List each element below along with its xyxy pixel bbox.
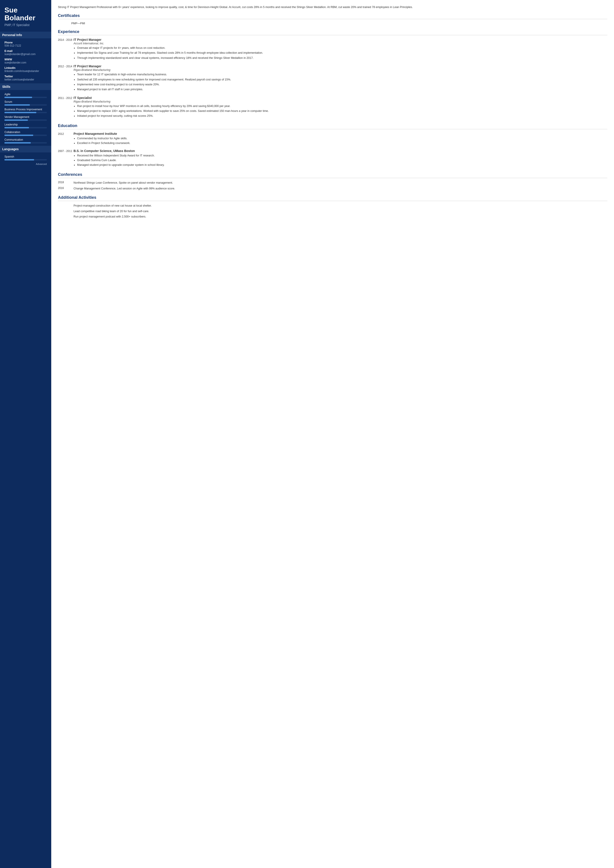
skill-bar-fill [5, 127, 29, 128]
exp-bullet: Switched all 235 employees to new schedu… [77, 78, 607, 82]
exp-content: IT Specialist Rigas-Bratland Manufacturi… [73, 96, 607, 119]
edu-institution: B.S. in Computer Science, UMass Boston [73, 149, 607, 153]
skill-item: Scrum [5, 100, 47, 106]
skill-name: Agile [5, 93, 47, 96]
skill-bar-background [5, 135, 47, 136]
experience-title: Experience [58, 30, 607, 35]
exp-bullet: Through implementing standardized work a… [77, 56, 607, 60]
experience-entry: 2014 - 2018 IT Project Manager Accurit I… [58, 38, 607, 61]
conf-text: Northeast Shingo Lean Conference, Spoke … [73, 181, 607, 185]
exp-bullet: Oversaw all major IT projects for 4+ yea… [77, 46, 607, 50]
edu-bullet: Commended by instructor for Agile skills… [77, 137, 607, 141]
education-entry: 2012 Project Management Institute Commen… [58, 132, 607, 146]
contact-label: WWW [5, 58, 47, 61]
certificates-list: PMP—PMI [58, 22, 607, 25]
skill-bar-background [5, 142, 47, 143]
skill-name: Business Process Improvement [5, 108, 47, 111]
certificate-item: PMP—PMI [58, 22, 607, 25]
edu-year: 2007 - 2011 [58, 149, 73, 168]
exp-bullet: Implemented new cost-tracking project to… [77, 82, 607, 87]
edu-year: 2012 [58, 132, 73, 146]
skill-item: Agile [5, 93, 47, 98]
skill-bar-background [5, 97, 47, 98]
exp-company: Rigas-Bratland Manufacturing [73, 100, 607, 103]
exp-bullet: Managed project to train all IT staff in… [77, 87, 607, 92]
language-bar-background [5, 159, 47, 160]
edu-bullets-list: Commended by instructor for Agile skills… [73, 137, 607, 146]
exp-bullet: Managed project to replace 100+ aging wo… [77, 109, 607, 113]
exp-bullet: Ran project to install hour-by-hour WIP … [77, 104, 607, 108]
conferences-list: 2018 Northeast Shingo Lean Conference, S… [58, 181, 607, 191]
contact-value: twitter.com/sueqbolander [5, 78, 47, 81]
exp-job-title: IT Project Manager [73, 38, 607, 42]
edu-content: Project Management Institute Commended b… [73, 132, 607, 146]
language-name: Spanish [5, 155, 47, 158]
conf-year: 2018 [58, 181, 73, 185]
experience-entry: 2011 - 2012 IT Specialist Rigas-Bratland… [58, 96, 607, 119]
skill-item: Business Process Improvement [5, 108, 47, 113]
skill-bar-fill [5, 104, 30, 106]
contact-value: sueqbolander.com [5, 61, 47, 64]
conf-year: 2016 [58, 186, 73, 191]
language-level: Advanced [5, 163, 47, 165]
skill-item: Collaboration [5, 130, 47, 136]
languages-list: Spanish Advanced [5, 155, 47, 165]
exp-bullet: Initiated project for improved security,… [77, 114, 607, 118]
candidate-title: PMP, IT Specialist [5, 23, 47, 27]
skill-bar-fill [5, 112, 36, 113]
education-title: Education [58, 123, 607, 129]
contact-value: 508-312-7122 [5, 44, 47, 47]
skill-bar-fill [5, 97, 32, 98]
exp-job-title: IT Project Manager [73, 64, 607, 68]
exp-dates: 2011 - 2012 [58, 96, 73, 119]
edu-bullet: Received the Wilson Independent Study Aw… [77, 154, 607, 158]
edu-bullet: Graduated Summa Cum Laude. [77, 158, 607, 163]
skill-bar-background [5, 120, 47, 121]
contact-item: Phone508-312-7122 [5, 41, 47, 47]
exp-company: Accurit International, Inc. [73, 42, 607, 45]
personal-info-section-title: Personal Info [0, 32, 51, 38]
activities-title: Additional Activities [58, 195, 607, 201]
contact-label: LinkedIn [5, 67, 47, 70]
skill-bar-background [5, 127, 47, 128]
exp-bullets-list: Team leader for 12 IT specialists in hig… [73, 72, 607, 92]
activities-list: Project-managed construction of new cat … [58, 204, 607, 219]
skill-bar-fill [5, 135, 33, 136]
skill-item: Leadership [5, 123, 47, 128]
exp-content: IT Project Manager Accurit International… [73, 38, 607, 61]
experience-entry: 2012 - 2014 IT Project Manager Rigas-Bra… [58, 64, 607, 93]
contact-label: E-mail [5, 50, 47, 53]
skill-name: Leadership [5, 123, 47, 126]
conferences-title: Conferences [58, 172, 607, 178]
experience-section: Experience 2014 - 2018 IT Project Manage… [58, 30, 607, 119]
summary-text: Strong IT Project Management Professiona… [58, 5, 607, 9]
experience-list: 2014 - 2018 IT Project Manager Accurit I… [58, 38, 607, 119]
skill-bar-fill [5, 142, 31, 143]
exp-job-title: IT Specialist [73, 96, 607, 99]
exp-bullet: Implemented Six Sigma and Lean Training … [77, 51, 607, 55]
skill-name: Scrum [5, 100, 47, 103]
main-content: Strong IT Project Management Professiona… [51, 0, 614, 868]
activity-item: Project-managed construction of new cat … [58, 204, 607, 208]
skill-bar-background [5, 104, 47, 106]
exp-dates: 2012 - 2014 [58, 64, 73, 93]
exp-dates: 2014 - 2018 [58, 38, 73, 61]
contact-value: sueqbolander@gmail.com [5, 53, 47, 56]
conferences-section: Conferences 2018 Northeast Shingo Lean C… [58, 172, 607, 191]
skill-name: Collaboration [5, 130, 47, 134]
conference-entry: 2018 Northeast Shingo Lean Conference, S… [58, 181, 607, 185]
edu-content: B.S. in Computer Science, UMass Boston R… [73, 149, 607, 168]
contact-value: linkedin.com/in/sueqbolander [5, 70, 47, 73]
conference-entry: 2016 Change Management Conference, Led s… [58, 186, 607, 191]
skill-bar-background [5, 112, 47, 113]
education-section: Education 2012 Project Management Instit… [58, 123, 607, 168]
conf-text: Change Management Conference, Led sessio… [73, 186, 607, 191]
contact-label: Phone [5, 41, 47, 44]
contact-item: E-mailsueqbolander@gmail.com [5, 50, 47, 56]
skill-item: Communication [5, 138, 47, 143]
sidebar: Sue Bolander PMP, IT Specialist Personal… [0, 0, 51, 868]
skill-name: Communication [5, 138, 47, 141]
language-item: Spanish Advanced [5, 155, 47, 165]
skills-list: Agile Scrum Business Process Improvement… [5, 93, 47, 143]
education-list: 2012 Project Management Institute Commen… [58, 132, 607, 168]
